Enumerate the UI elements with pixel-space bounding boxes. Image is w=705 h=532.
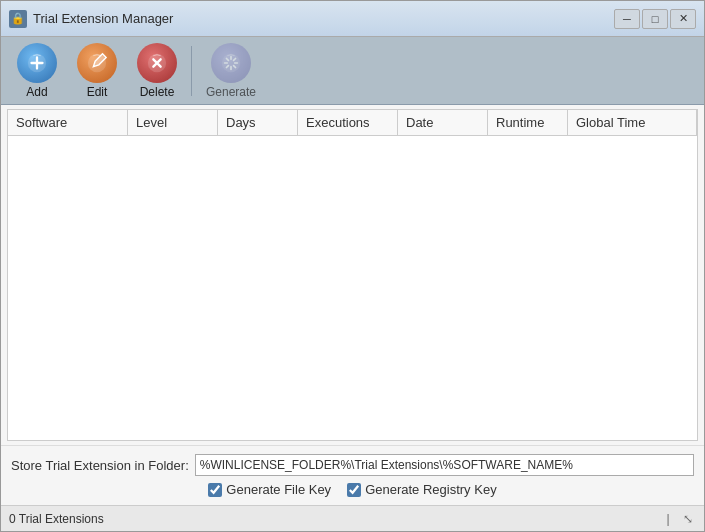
- minimize-button[interactable]: ─: [614, 9, 640, 29]
- edit-button[interactable]: Edit: [69, 39, 125, 103]
- col-header-software: Software: [8, 110, 128, 135]
- folder-input[interactable]: [195, 454, 694, 476]
- delete-icon: [137, 43, 177, 83]
- resize-icon: ⤡: [680, 511, 696, 527]
- checkbox-row: Generate File Key Generate Registry Key: [11, 482, 694, 497]
- col-header-level: Level: [128, 110, 218, 135]
- registry-key-checkbox-item: Generate Registry Key: [347, 482, 497, 497]
- generate-icon: [211, 43, 251, 83]
- registry-key-label: Generate Registry Key: [365, 482, 497, 497]
- toolbar: Add Edit Delete: [1, 37, 704, 105]
- file-key-checkbox-item: Generate File Key: [208, 482, 331, 497]
- file-key-label: Generate File Key: [226, 482, 331, 497]
- window-icon: 🔒: [9, 10, 27, 28]
- close-button[interactable]: ✕: [670, 9, 696, 29]
- col-header-runtime: Runtime: [488, 110, 568, 135]
- col-header-days: Days: [218, 110, 298, 135]
- separator-icon: |: [660, 511, 676, 527]
- add-button[interactable]: Add: [9, 39, 65, 103]
- file-key-checkbox[interactable]: [208, 483, 222, 497]
- title-controls: ─ □ ✕: [614, 9, 696, 29]
- title-bar: 🔒 Trial Extension Manager ─ □ ✕: [1, 1, 704, 37]
- status-icons: | ⤡: [660, 511, 696, 527]
- main-window: 🔒 Trial Extension Manager ─ □ ✕ Add: [0, 0, 705, 532]
- footer-area: Store Trial Extension in Folder: Generat…: [1, 445, 704, 505]
- add-label: Add: [26, 85, 47, 99]
- generate-button[interactable]: Generate: [198, 39, 264, 103]
- delete-button[interactable]: Delete: [129, 39, 185, 103]
- edit-label: Edit: [87, 85, 108, 99]
- generate-label: Generate: [206, 85, 256, 99]
- edit-icon: [77, 43, 117, 83]
- folder-label: Store Trial Extension in Folder:: [11, 458, 189, 473]
- window-title: Trial Extension Manager: [33, 11, 614, 26]
- table-body: [8, 136, 697, 440]
- folder-row: Store Trial Extension in Folder:: [11, 454, 694, 476]
- add-icon: [17, 43, 57, 83]
- col-header-executions: Executions: [298, 110, 398, 135]
- toolbar-separator: [191, 46, 192, 96]
- col-header-date: Date: [398, 110, 488, 135]
- table-header: Software Level Days Executions Date Runt…: [8, 110, 697, 136]
- table-container: Software Level Days Executions Date Runt…: [7, 109, 698, 441]
- status-text: 0 Trial Extensions: [9, 512, 104, 526]
- col-header-globaltime: Global Time: [568, 110, 697, 135]
- maximize-button[interactable]: □: [642, 9, 668, 29]
- status-bar: 0 Trial Extensions | ⤡: [1, 505, 704, 531]
- registry-key-checkbox[interactable]: [347, 483, 361, 497]
- delete-label: Delete: [140, 85, 175, 99]
